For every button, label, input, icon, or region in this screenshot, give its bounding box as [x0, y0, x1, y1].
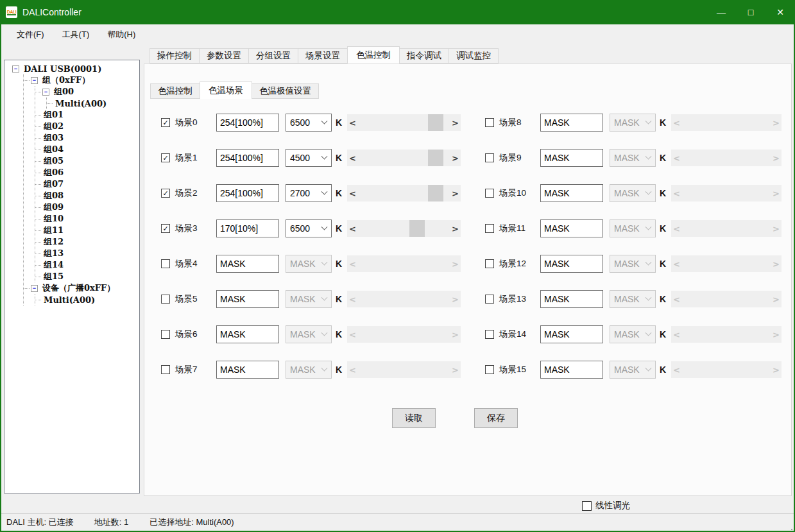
- read-button[interactable]: 读取: [392, 408, 436, 428]
- scrollbar-track[interactable]: [358, 150, 450, 166]
- checkbox-checked-icon[interactable]: ✓: [161, 118, 170, 127]
- checkbox-unchecked-icon[interactable]: [485, 259, 494, 268]
- checkbox-unchecked-icon[interactable]: [485, 295, 494, 304]
- scroll-right-arrow-icon[interactable]: >: [450, 185, 461, 202]
- tree-item-label[interactable]: 组10: [42, 213, 65, 225]
- scrollbar-thumb[interactable]: [428, 114, 443, 131]
- scene-value-input[interactable]: [540, 149, 603, 167]
- tree-item-label[interactable]: 组01: [42, 109, 65, 121]
- tree-item-label[interactable]: 设备（广播0xFF）: [41, 282, 116, 294]
- scene-value-input[interactable]: [216, 219, 279, 237]
- scrollbar-thumb[interactable]: [428, 185, 443, 202]
- scene-value-input[interactable]: [540, 255, 603, 273]
- checkbox-unchecked-icon[interactable]: [161, 259, 170, 268]
- tree-item-label[interactable]: 组15: [42, 271, 65, 282]
- scene-value-input[interactable]: [216, 184, 279, 202]
- cct-dropdown[interactable]: 2700: [286, 184, 332, 202]
- scrollbar-thumb[interactable]: [409, 220, 425, 237]
- checkbox-unchecked-icon[interactable]: [485, 224, 494, 233]
- sub-tab-0[interactable]: 色温控制: [150, 83, 200, 99]
- checkbox-icon[interactable]: [582, 501, 592, 511]
- resize-grip-icon[interactable]: [789, 526, 790, 528]
- tree-collapse-icon[interactable]: −: [42, 89, 49, 96]
- tree-item-label[interactable]: 组07: [42, 178, 65, 190]
- scrollbar-track[interactable]: [358, 220, 450, 237]
- checkbox-unchecked-icon[interactable]: [485, 189, 494, 198]
- tree-item-label[interactable]: 组09: [42, 202, 65, 213]
- scene-value-input[interactable]: [216, 255, 279, 273]
- main-tab-1[interactable]: 参数设置: [199, 48, 249, 64]
- close-button[interactable]: ✕: [765, 0, 795, 24]
- checkbox-unchecked-icon[interactable]: [485, 118, 494, 127]
- scene-value-input[interactable]: [540, 290, 603, 308]
- tree-item-label[interactable]: 组05: [42, 155, 65, 167]
- checkbox-unchecked-icon[interactable]: [161, 365, 170, 374]
- maximize-button[interactable]: □: [736, 0, 765, 24]
- menu-item-0[interactable]: 文件(F): [8, 26, 53, 44]
- tree-item-label[interactable]: DALI USB(0001): [22, 64, 103, 74]
- tree-collapse-icon[interactable]: −: [31, 77, 38, 84]
- tree-item-label[interactable]: 组12: [42, 236, 65, 248]
- tree-item-label[interactable]: 组00: [53, 86, 75, 98]
- tree-item-label[interactable]: 组11: [42, 225, 65, 236]
- tree-item-label[interactable]: Multi(A00): [42, 295, 96, 305]
- sub-tab-2[interactable]: 色温极值设置: [252, 83, 319, 99]
- cct-scrollbar[interactable]: <>: [347, 114, 461, 131]
- main-tab-2[interactable]: 分组设置: [248, 48, 298, 64]
- scroll-left-arrow-icon[interactable]: <: [347, 114, 358, 131]
- checkbox-unchecked-icon[interactable]: [485, 330, 494, 339]
- cct-scrollbar[interactable]: <>: [347, 150, 461, 166]
- scene-value-input[interactable]: [216, 290, 279, 308]
- main-tab-4[interactable]: 色温控制: [347, 46, 400, 64]
- tree-collapse-icon[interactable]: −: [31, 285, 38, 292]
- scroll-right-arrow-icon[interactable]: >: [450, 220, 461, 237]
- tree-item-label[interactable]: Multi(A00): [54, 99, 108, 108]
- checkbox-checked-icon[interactable]: ✓: [161, 189, 170, 198]
- cct-dropdown[interactable]: 4500: [286, 149, 332, 167]
- scrollbar-track[interactable]: [358, 185, 450, 202]
- cct-dropdown[interactable]: 6500: [286, 114, 332, 132]
- tree-item-label[interactable]: 组06: [42, 167, 65, 178]
- scene-value-input[interactable]: [216, 149, 279, 167]
- scene-value-input[interactable]: [216, 361, 279, 379]
- checkbox-unchecked-icon[interactable]: [485, 153, 494, 162]
- scene-value-input[interactable]: [216, 114, 279, 132]
- main-tab-0[interactable]: 操作控制: [150, 48, 200, 64]
- checkbox-unchecked-icon[interactable]: [161, 295, 170, 304]
- menu-item-1[interactable]: 工具(T): [53, 26, 99, 44]
- scene-value-input[interactable]: [216, 325, 279, 343]
- scroll-right-arrow-icon[interactable]: >: [450, 114, 461, 131]
- tree-item-label[interactable]: 组03: [42, 132, 65, 144]
- checkbox-checked-icon[interactable]: ✓: [161, 224, 170, 233]
- tree-collapse-icon[interactable]: −: [12, 65, 19, 73]
- scene-value-input[interactable]: [540, 184, 603, 202]
- checkbox-unchecked-icon[interactable]: [485, 365, 494, 374]
- save-button[interactable]: 保存: [474, 408, 518, 428]
- main-tab-6[interactable]: 调试监控: [449, 48, 499, 64]
- menu-item-2[interactable]: 帮助(H): [98, 26, 144, 44]
- scroll-right-arrow-icon[interactable]: >: [450, 150, 461, 166]
- cct-scrollbar[interactable]: <>: [347, 220, 461, 237]
- tree-item-label[interactable]: 组04: [42, 144, 65, 155]
- scene-value-input[interactable]: [540, 114, 603, 132]
- scene-value-input[interactable]: [540, 361, 603, 379]
- minimize-button[interactable]: —: [706, 0, 736, 24]
- tree-item-label[interactable]: 组08: [42, 190, 65, 202]
- scroll-left-arrow-icon[interactable]: <: [347, 220, 358, 237]
- linear-dimming-checkbox[interactable]: 线性调光: [582, 500, 630, 511]
- tree-item-label[interactable]: 组14: [42, 259, 65, 271]
- tree-item-label[interactable]: 组02: [42, 121, 65, 132]
- scroll-left-arrow-icon[interactable]: <: [347, 185, 358, 202]
- checkbox-checked-icon[interactable]: ✓: [161, 153, 170, 162]
- cct-scrollbar[interactable]: <>: [347, 185, 461, 202]
- checkbox-unchecked-icon[interactable]: [161, 330, 170, 339]
- main-tab-5[interactable]: 指令调试: [399, 48, 449, 64]
- scroll-left-arrow-icon[interactable]: <: [347, 150, 358, 166]
- tree-item-label[interactable]: 组（0xFF）: [41, 74, 91, 86]
- scene-value-input[interactable]: [540, 219, 603, 237]
- scrollbar-track[interactable]: [358, 114, 450, 131]
- tree-item-label[interactable]: 组13: [42, 248, 65, 259]
- sub-tab-1[interactable]: 色温场景: [200, 82, 252, 99]
- main-tab-3[interactable]: 场景设置: [298, 48, 348, 64]
- scrollbar-thumb[interactable]: [428, 150, 443, 166]
